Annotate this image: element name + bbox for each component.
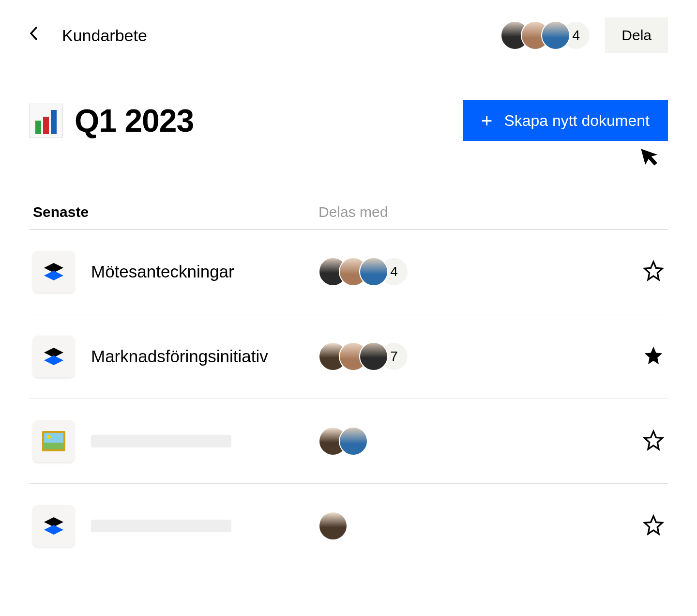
share-button[interactable]: Dela — [605, 17, 668, 53]
avatar — [359, 257, 388, 286]
chevron-left-icon — [29, 26, 38, 41]
header-left: Kundarbete — [29, 26, 147, 45]
title-left: Q1 2023 — [29, 102, 194, 139]
column-shared[interactable]: Delas med — [318, 204, 388, 220]
cursor-icon — [638, 141, 667, 176]
star-outline-icon[interactable] — [643, 430, 664, 451]
list-item[interactable]: Marknadsföringsinitiativ 7 — [29, 314, 668, 399]
picture-doc-icon — [33, 420, 75, 462]
row-star — [635, 345, 664, 368]
row-avatar-stack[interactable]: 4 — [318, 257, 635, 286]
columns-header: Senaste Delas med — [29, 204, 668, 230]
row-name: Marknadsföringsinitiativ — [91, 347, 318, 366]
row-icon-wrap — [33, 505, 91, 547]
plus-icon: + — [481, 111, 492, 130]
list-item[interactable] — [29, 484, 668, 568]
avatar — [339, 427, 368, 456]
create-button-label: Skapa nytt dokument — [504, 112, 650, 130]
row-avatar-stack[interactable] — [318, 511, 635, 540]
row-icon-wrap — [33, 336, 91, 377]
dropbox-doc-icon — [33, 336, 75, 377]
star-outline-icon[interactable] — [643, 514, 664, 536]
back-button[interactable] — [29, 26, 38, 45]
row-icon-wrap — [33, 251, 91, 293]
row-star — [635, 430, 664, 453]
star-filled-icon[interactable] — [643, 345, 664, 366]
header-avatar-stack[interactable]: 4 — [500, 21, 591, 50]
row-shared — [318, 511, 635, 540]
breadcrumb[interactable]: Kundarbete — [62, 26, 147, 45]
dropbox-doc-icon — [33, 251, 75, 293]
bar-chart-icon — [29, 104, 63, 138]
avatar — [541, 21, 570, 50]
row-name: Mötesanteckningar — [91, 262, 318, 281]
avatar — [318, 511, 348, 540]
row-shared: 7 — [318, 342, 635, 371]
page-title: Q1 2023 — [75, 102, 194, 139]
row-shared: 4 — [318, 257, 635, 286]
dropbox-doc-icon — [33, 505, 75, 547]
name-placeholder — [91, 520, 231, 532]
column-recent[interactable]: Senaste — [33, 204, 318, 220]
create-document-button[interactable]: + Skapa nytt dokument — [463, 100, 668, 141]
title-row: Q1 2023 + Skapa nytt dokument — [29, 100, 668, 141]
star-outline-icon[interactable] — [643, 260, 664, 281]
row-icon-wrap — [33, 420, 91, 462]
header: Kundarbete 4 Dela — [0, 0, 697, 71]
row-avatar-stack[interactable]: 7 — [318, 342, 635, 371]
name-placeholder — [91, 435, 231, 447]
row-star — [635, 514, 664, 538]
row-shared — [318, 427, 635, 456]
content: Q1 2023 + Skapa nytt dokument Senaste De… — [0, 71, 697, 568]
list-item[interactable] — [29, 399, 668, 484]
header-right: 4 Dela — [500, 17, 668, 53]
row-name — [91, 435, 318, 447]
row-star — [635, 260, 664, 283]
list-item[interactable]: Mötesanteckningar 4 — [29, 230, 668, 314]
avatar — [359, 342, 388, 371]
row-avatar-stack[interactable] — [318, 427, 635, 456]
row-name — [91, 520, 318, 532]
